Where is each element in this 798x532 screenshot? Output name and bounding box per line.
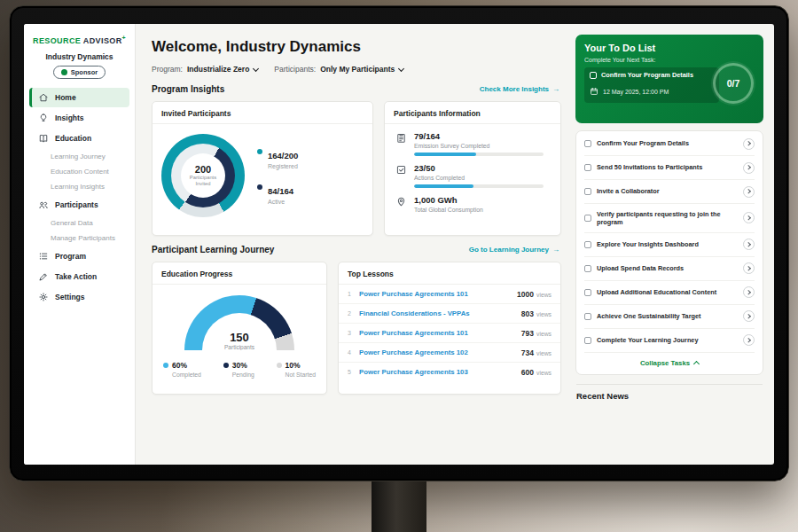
sidebar-item-label: Home xyxy=(55,93,76,102)
monitor-stand xyxy=(372,481,426,532)
lesson-row: 2 Financial Considerations - VPPAs 803vi… xyxy=(339,304,560,324)
task-row: Invite a Collaborator xyxy=(584,179,755,203)
app-window: RESOURCE ADVISOR+ Industry Dynamics Spon… xyxy=(24,24,774,465)
page-title: Welcome, Industry Dynamics xyxy=(152,38,561,56)
lesson-link[interactable]: Financial Considerations - VPPAs xyxy=(359,309,470,317)
lesson-rank: 1 xyxy=(348,291,353,297)
next-task-checkbox[interactable] xyxy=(590,72,597,79)
sidebar-item-label: Take Action xyxy=(55,272,97,281)
sidebar-item-home[interactable]: Home xyxy=(29,88,129,107)
recent-news-header: Recent News xyxy=(576,384,763,401)
sidebar-item-insights[interactable]: Insights xyxy=(29,108,129,128)
chevron-down-icon xyxy=(253,65,259,71)
sidebar-item-learning-journey[interactable]: Learning Journey xyxy=(24,149,135,164)
task-expand-button[interactable] xyxy=(743,262,755,274)
task-row: Explore Your Insights Dashboard xyxy=(584,232,755,256)
legend-item-active: 84/164 Active xyxy=(257,182,298,205)
check-more-insights-link[interactable]: Check More Insights → xyxy=(480,85,559,93)
emission-progress-bar xyxy=(414,153,544,156)
sidebar-item-education-content[interactable]: Education Content xyxy=(24,164,135,179)
sidebar: RESOURCE ADVISOR+ Industry Dynamics Spon… xyxy=(24,24,136,465)
arrow-right-icon: → xyxy=(552,246,559,254)
pencil-icon xyxy=(38,271,49,282)
sponsor-badge: Sponsor xyxy=(53,66,106,79)
participants-filter: Participants: Only My Participants xyxy=(274,65,403,74)
next-task-due: 12 May 2025, 12:00 PM xyxy=(603,89,669,95)
sidebar-item-learning-insights[interactable]: Learning Insights xyxy=(24,179,135,194)
task-expand-button[interactable] xyxy=(743,186,755,198)
learning-journey-header: Participant Learning Journey Go to Learn… xyxy=(152,245,559,254)
task-expand-button[interactable] xyxy=(743,212,755,223)
sidebar-item-manage-participants[interactable]: Manage Participants xyxy=(24,231,135,246)
legend-item-not-started: 10% Not Started xyxy=(277,361,316,378)
sponsor-badge-label: Sponsor xyxy=(71,68,98,76)
task-checkbox[interactable] xyxy=(584,215,591,222)
filter-bar: Program: Industrialize Zero Participants… xyxy=(152,65,561,74)
lesson-link[interactable]: Power Purchase Agreements 102 xyxy=(359,348,468,356)
sidebar-item-program[interactable]: Program xyxy=(29,246,129,266)
invited-donut-center: 200 Participants Invited xyxy=(181,153,225,198)
lesson-views: 1000views xyxy=(517,290,552,299)
task-expand-button[interactable] xyxy=(743,138,755,150)
list-icon xyxy=(38,251,49,262)
lesson-views: 803views xyxy=(521,309,552,318)
actions-progress-bar xyxy=(414,184,544,188)
task-checkbox[interactable] xyxy=(584,140,591,147)
task-checkbox[interactable] xyxy=(584,289,591,296)
program-filter-label: Program: xyxy=(152,65,183,74)
task-expand-button[interactable] xyxy=(743,239,755,250)
task-checkbox[interactable] xyxy=(584,164,591,171)
education-gauge-center: 150 Participants xyxy=(184,331,294,350)
lesson-link[interactable]: Power Purchase Agreements 101 xyxy=(359,290,468,298)
task-label: Explore Your Insights Dashboard xyxy=(597,240,738,248)
lesson-link[interactable]: Power Purchase Agreements 103 xyxy=(359,368,468,376)
sponsor-badge-icon xyxy=(61,69,67,75)
task-expand-button[interactable] xyxy=(743,310,755,322)
education-progress-card: Education Progress 150 Participants 60 xyxy=(152,262,327,395)
clipboard-icon xyxy=(395,132,407,156)
legend-dot xyxy=(277,363,282,368)
invited-participants-card: Invited Participants 200 Participants In… xyxy=(152,101,373,236)
task-label: Invite a Collaborator xyxy=(597,187,738,195)
lesson-views: 793views xyxy=(521,329,552,338)
people-icon xyxy=(38,200,49,210)
insights-cards-row: Invited Participants 200 Participants In… xyxy=(152,101,561,236)
task-checkbox[interactable] xyxy=(584,265,591,272)
task-expand-button[interactable] xyxy=(743,162,755,174)
card-title: Invited Participants xyxy=(153,102,372,124)
go-to-learning-journey-link[interactable]: Go to Learning Journey → xyxy=(469,246,559,254)
monitor-bezel: RESOURCE ADVISOR+ Industry Dynamics Spon… xyxy=(9,5,789,481)
sidebar-item-education[interactable]: Education xyxy=(29,129,129,148)
collapse-tasks-button[interactable]: Collapse Tasks xyxy=(584,352,755,373)
task-label: Upload Additional Educational Content xyxy=(597,288,738,296)
program-filter-dropdown[interactable]: Industrialize Zero xyxy=(187,65,258,74)
sidebar-item-take-action[interactable]: Take Action xyxy=(29,267,129,286)
task-checkbox[interactable] xyxy=(584,188,591,195)
sidebar-item-participants[interactable]: Participants xyxy=(29,195,129,215)
lesson-rank: 5 xyxy=(348,369,353,375)
legend-item-pending: 30% Pending xyxy=(223,361,254,378)
sidebar-item-general-data[interactable]: General Data xyxy=(24,215,135,231)
card-title: Top Lessons xyxy=(339,262,560,285)
task-checkbox[interactable] xyxy=(584,313,591,320)
program-insights-header: Program Insights Check More Insights → xyxy=(152,84,559,94)
sidebar-item-settings[interactable]: Settings xyxy=(29,287,129,307)
sidebar-nav: Home Insights Education Learning Journey… xyxy=(24,88,135,307)
next-task-label: Confirm Your Program Details xyxy=(601,71,693,79)
book-icon xyxy=(38,133,49,144)
task-expand-button[interactable] xyxy=(743,286,755,298)
lesson-link[interactable]: Power Purchase Agreements 101 xyxy=(359,329,468,337)
main-content: Welcome, Industry Dynamics Program: Indu… xyxy=(136,24,572,465)
task-checkbox[interactable] xyxy=(584,241,591,248)
task-label: Confirm Your Program Details xyxy=(597,139,738,147)
task-checkbox[interactable] xyxy=(584,337,591,344)
background-scene: RESOURCE ADVISOR+ Industry Dynamics Spon… xyxy=(0,0,798,532)
account-name: Industry Dynamics xyxy=(24,52,135,61)
task-label: Achieve One Sustainability Target xyxy=(597,312,738,320)
sidebar-item-label: Program xyxy=(55,252,86,261)
participants-filter-dropdown[interactable]: Only My Participants xyxy=(320,65,403,74)
task-expand-button[interactable] xyxy=(743,334,755,346)
home-icon xyxy=(38,92,49,103)
lesson-row: 5 Power Purchase Agreements 103 600views xyxy=(339,363,560,381)
sidebar-item-label: Education xyxy=(55,134,91,143)
